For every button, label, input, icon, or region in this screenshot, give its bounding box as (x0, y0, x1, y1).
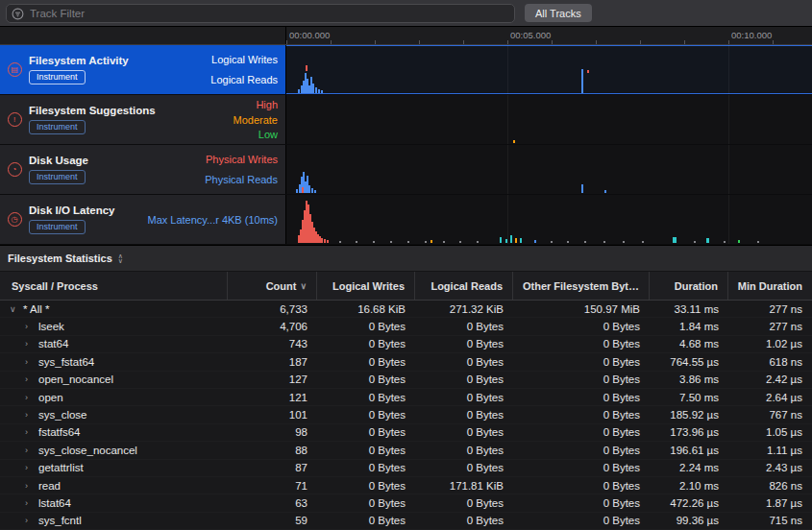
disclosure-icon[interactable]: › (25, 339, 34, 349)
table-row[interactable]: › read 71 0 Bytes 171.81 KiB 0 Bytes 2.1… (0, 477, 812, 494)
track-row-filesystem-suggestions[interactable]: ! Filesystem Suggestions Instrument High… (0, 95, 812, 145)
track-info[interactable]: ▤ Filesystem Activity Instrument Logical… (0, 45, 286, 94)
timeline-gridline (728, 195, 729, 244)
graph-spike (302, 187, 304, 193)
graph-spike (431, 240, 432, 243)
syscall-name: stat64 (38, 338, 68, 349)
cell-other-filesystem-bytes: 0 Bytes (513, 373, 650, 385)
cell-other-filesystem-bytes: 0 Bytes (513, 392, 650, 403)
cell-duration: 33.11 ms (650, 303, 728, 315)
syscall-name: sys_fstat64 (38, 356, 94, 368)
disclosure-icon[interactable]: › (25, 374, 34, 384)
cell-other-filesystem-bytes: 0 Bytes (513, 338, 650, 349)
graph-spike (567, 241, 569, 243)
track-row-disk-io-latency[interactable]: ◷ Disk I/O Latency Instrument Max Latenc… (0, 195, 812, 245)
table-row[interactable]: › getattrlist 87 0 Bytes 0 Bytes 0 Bytes… (0, 460, 812, 477)
cell-logical-writes: 0 Bytes (317, 392, 415, 403)
disclosure-icon[interactable]: › (25, 498, 34, 508)
timeline-gridline (507, 195, 508, 244)
table-row[interactable]: › sys_fcntl 59 0 Bytes 0 Bytes 0 Bytes 9… (0, 513, 812, 530)
cell-other-filesystem-bytes: 0 Bytes (513, 497, 650, 509)
stepper-icon[interactable]: ∧∨ (118, 253, 123, 263)
cell-count: 6,733 (228, 303, 317, 315)
table-row[interactable]: › lstat64 63 0 Bytes 0 Bytes 0 Bytes 472… (0, 494, 812, 512)
column-header-other-filesystem-bytes[interactable]: Other Filesystem Byt… (513, 272, 650, 300)
graph-spike (603, 241, 605, 243)
cell-logical-reads: 0 Bytes (415, 409, 513, 421)
cell-duration: 1.84 ms (650, 321, 728, 332)
track-graph-disk-io-latency[interactable] (286, 195, 812, 244)
column-header-count[interactable]: Count∨ (228, 272, 317, 300)
column-header-logical-writes[interactable]: Logical Writes (317, 272, 415, 300)
column-header-duration[interactable]: Duration (650, 272, 728, 300)
graph-spike (581, 184, 583, 193)
disclosure-icon[interactable]: › (25, 481, 34, 491)
filesystem-activity-icon: ▤ (8, 62, 22, 77)
disclosure-icon[interactable]: › (25, 427, 34, 437)
ruler-tick (331, 40, 332, 44)
disclosure-icon[interactable]: › (25, 393, 34, 402)
column-header-min-duration[interactable]: Min Duration (728, 272, 812, 300)
track-graph-disk-usage[interactable] (286, 145, 812, 194)
graph-spike (551, 241, 553, 243)
track-label: High (256, 99, 278, 110)
cell-min-duration: 1.05 µs (728, 426, 812, 438)
table-row[interactable]: › sys_close 101 0 Bytes 0 Bytes 0 Bytes … (0, 406, 812, 423)
cell-logical-writes: 0 Bytes (317, 321, 415, 332)
graph-spike (515, 238, 517, 243)
track-row-filesystem-activity[interactable]: ▤ Filesystem Activity Instrument Logical… (0, 45, 812, 95)
column-header-syscall-process[interactable]: Syscall / Process (0, 272, 228, 300)
disclosure-icon[interactable]: › (25, 357, 34, 367)
cell-logical-writes: 0 Bytes (317, 445, 415, 456)
graph-spike (738, 240, 740, 243)
detail-pane-selector[interactable]: Filesystem Statistics ∧∨ (0, 245, 812, 272)
cell-min-duration: 277 ns (728, 321, 812, 332)
syscall-name: fstatfs64 (38, 426, 80, 438)
column-header-logical-reads[interactable]: Logical Reads (415, 272, 513, 300)
track-graph-filesystem-suggestions[interactable] (286, 95, 812, 144)
cell-logical-writes: 16.68 KiB (317, 303, 415, 315)
graph-spike (306, 65, 308, 71)
track-info[interactable]: ◷ Disk I/O Latency Instrument Max Latenc… (0, 195, 286, 244)
all-tracks-button[interactable]: All Tracks (525, 4, 592, 22)
track-row-disk-usage[interactable]: ◔ Disk Usage Instrument Physical Writes … (0, 145, 812, 195)
graph-spike (373, 241, 375, 243)
cell-count: 98 (228, 426, 317, 438)
cell-count: 59 (228, 515, 317, 526)
table-row[interactable]: › fstatfs64 98 0 Bytes 0 Bytes 0 Bytes 1… (0, 424, 812, 442)
disclosure-icon[interactable]: › (25, 516, 34, 525)
graph-spike (623, 241, 625, 243)
cell-min-duration: 277 ns (728, 303, 812, 315)
track-info[interactable]: ! Filesystem Suggestions Instrument High… (0, 95, 286, 144)
graph-spike (724, 241, 726, 243)
disclosure-icon[interactable]: ∨ (10, 304, 18, 314)
graph-spike (520, 238, 522, 243)
disclosure-icon[interactable]: › (25, 463, 34, 472)
table-row[interactable]: › sys_close_nocancel 88 0 Bytes 0 Bytes … (0, 442, 812, 459)
track-graph-filesystem-activity[interactable] (286, 45, 812, 94)
track-filter-input[interactable] (6, 4, 515, 23)
ruler-tick (507, 40, 508, 44)
graph-spike (356, 241, 357, 243)
disclosure-icon[interactable]: › (25, 446, 34, 455)
disclosure-icon[interactable]: › (25, 410, 34, 420)
cell-count: 743 (228, 338, 317, 349)
table-row[interactable]: › open_nocancel 127 0 Bytes 0 Bytes 0 By… (0, 372, 812, 389)
table-row[interactable]: › open 121 0 Bytes 0 Bytes 0 Bytes 7.50 … (0, 389, 812, 406)
ruler-tick (684, 40, 685, 44)
ruler-tick (773, 40, 774, 44)
table-row[interactable]: ∨ * All * 6,733 16.68 KiB 271.32 KiB 150… (0, 301, 812, 318)
graph-spike (312, 84, 314, 93)
graph-spike (314, 190, 316, 193)
disclosure-icon[interactable]: › (25, 322, 34, 331)
table-row[interactable]: › stat64 743 0 Bytes 0 Bytes 0 Bytes 4.6… (0, 336, 812, 353)
sort-descending-icon: ∨ (300, 281, 307, 291)
graph-spike (459, 241, 461, 243)
track-info[interactable]: ◔ Disk Usage Instrument Physical Writes … (0, 145, 286, 194)
cell-duration: 185.92 µs (650, 409, 728, 421)
graph-spike (477, 241, 479, 243)
timeline-gridline (507, 145, 508, 194)
table-row[interactable]: › lseek 4,706 0 Bytes 0 Bytes 0 Bytes 1.… (0, 318, 812, 335)
timeline-ruler[interactable]: 00:00.00000:05.00000:10.000 (286, 27, 812, 44)
table-row[interactable]: › sys_fstat64 187 0 Bytes 0 Bytes 0 Byte… (0, 353, 812, 371)
